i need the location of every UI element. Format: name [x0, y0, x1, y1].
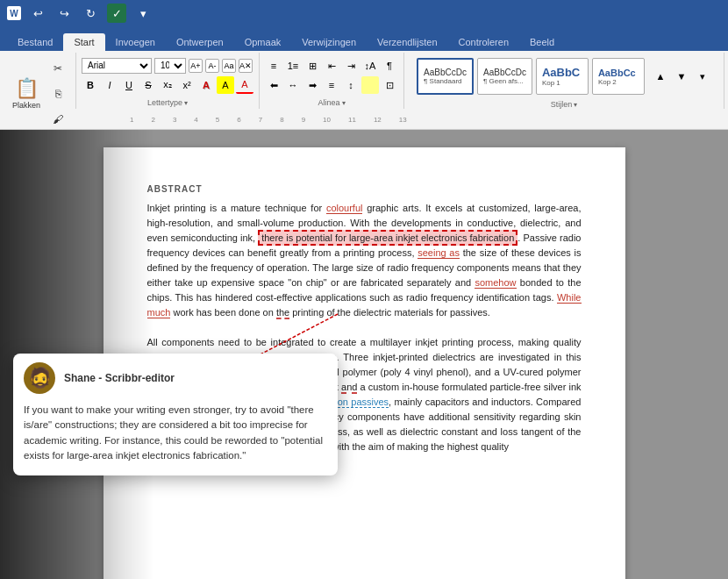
abstract-title: ABSTRACT — [147, 182, 582, 196]
doc-area: ABSTRACT Inkjet printing is a mature tec… — [0, 130, 728, 579]
ruler: 12345678910111213 — [0, 111, 728, 130]
align-right-button[interactable]: ➡ — [303, 76, 321, 94]
format-painter-button[interactable]: 🖌 — [46, 107, 70, 132]
numbered-list-button[interactable]: 1≡ — [284, 57, 302, 75]
tab-controleren[interactable]: Controleren — [448, 33, 519, 51]
tab-beeld[interactable]: Beeld — [519, 33, 565, 51]
stijlen-label: Stijlen ▾ — [551, 100, 578, 109]
styles-panel: AaBbCcDc ¶ Standaard AaBbCcDc ¶ Geen afs… — [413, 54, 715, 98]
suggestion-highlight: there is potential for large-area inkjet… — [258, 230, 517, 246]
paragraph-marks-button[interactable]: ¶ — [381, 57, 398, 75]
superscript-button[interactable]: x² — [178, 76, 196, 94]
strikethrough-button[interactable]: S — [139, 76, 157, 94]
alinea-label: Alinea ▾ — [318, 98, 345, 107]
sort-button[interactable]: ↕A — [361, 57, 379, 75]
lettertype-label: Lettertype ▾ — [147, 98, 188, 107]
group-alinea: ≡ 1≡ ⊞ ⇤ ⇥ ↕A ¶ ⬅ ↔ ➡ ≡ ↕ ⊡ Alinea ▾ — [260, 53, 404, 109]
styles-scroll-down[interactable]: ▼ — [673, 68, 690, 85]
style-kop2[interactable]: AaBbCc Kop 2 — [592, 58, 645, 95]
align-center-button[interactable]: ↔ — [284, 76, 302, 94]
style-kop1[interactable]: AaBbC Kop 1 — [536, 58, 589, 95]
more-button[interactable]: ▾ — [133, 4, 153, 23]
bullet-list-button[interactable]: ≡ — [265, 57, 282, 75]
font-size-down[interactable]: A- — [205, 59, 219, 73]
copy-button[interactable]: ⎘ — [46, 82, 70, 106]
styles-scroll-up[interactable]: ▲ — [652, 68, 669, 85]
indent-decrease-button[interactable]: ⇤ — [323, 57, 340, 75]
tab-verwijzingen[interactable]: Verwijzingen — [291, 33, 367, 51]
bold-button[interactable]: B — [82, 76, 99, 94]
text-effects-button[interactable]: A — [197, 76, 215, 94]
tab-start[interactable]: Start — [63, 33, 104, 51]
on-passives-link[interactable]: on passives — [338, 397, 389, 408]
comment-popup: 🧔 Shane - Scribbr-editor If you want to … — [13, 354, 338, 475]
font-clear-button[interactable]: A✕ — [239, 59, 253, 73]
refresh-button[interactable]: ↻ — [81, 4, 100, 23]
align-left-button[interactable]: ⬅ — [265, 76, 282, 94]
seeing-as-link[interactable]: seeing as — [418, 247, 460, 259]
font-family-select[interactable]: Arial — [82, 58, 152, 74]
and1-dashed: and — [341, 382, 357, 394]
tab-bestand[interactable]: Bestand — [7, 33, 63, 51]
tab-opmaak[interactable]: Opmaak — [234, 33, 292, 51]
style-standaard[interactable]: AaBbCcDc ¶ Standaard — [417, 58, 474, 95]
group-lettertype: Arial 10 A+ A- Aa A✕ B I U S x₂ x² A A A — [76, 53, 260, 109]
italic-button[interactable]: I — [101, 76, 118, 94]
styles-expand[interactable]: ▾ — [694, 68, 711, 85]
font-size-select[interactable]: 10 — [154, 58, 186, 74]
word-icon: W — [7, 6, 21, 20]
font-color-button[interactable]: A — [236, 76, 253, 94]
indent-increase-button[interactable]: ⇥ — [342, 57, 360, 75]
title-bar: W ↩ ↪ ↻ ✓ ▾ — [0, 0, 728, 26]
somehow-link[interactable]: somehow — [475, 277, 516, 289]
border-button[interactable]: ⊡ — [381, 76, 398, 94]
ribbon-tabs: Bestand Start Invoegen Ontwerpen Opmaak … — [0, 26, 728, 51]
style-geen-afs[interactable]: AaBbCcDc ¶ Geen afs... — [477, 58, 532, 95]
comment-header: 🧔 Shane - Scribbr-editor — [13, 354, 338, 399]
save-button[interactable]: ✓ — [107, 4, 126, 23]
group-stijlen: AaBbCcDc ¶ Standaard AaBbCcDc ¶ Geen afs… — [404, 53, 724, 109]
comment-body: If you want to make your writing even st… — [13, 399, 338, 475]
shading-button[interactable] — [361, 76, 379, 94]
font-aa-button[interactable]: Aa — [222, 59, 236, 73]
redo-button[interactable]: ↪ — [54, 4, 74, 23]
tab-invoegen[interactable]: Invoegen — [105, 33, 166, 51]
underline-button[interactable]: U — [120, 76, 138, 94]
justify-button[interactable]: ≡ — [323, 76, 340, 94]
subscript-button[interactable]: x₂ — [159, 76, 176, 94]
colourful-link[interactable]: colourful — [326, 203, 363, 214]
multilevel-list-button[interactable]: ⊞ — [303, 57, 321, 75]
paste-button[interactable]: 📋 Plakken — [9, 70, 44, 116]
cut-button[interactable]: ✂ — [46, 56, 70, 81]
ribbon-content: 📋 Plakken ✂ ⎘ 🖌 Klembord ▾ Arial 10 — [0, 51, 728, 111]
undo-button[interactable]: ↩ — [28, 4, 47, 23]
font-size-up[interactable]: A+ — [189, 59, 203, 73]
paste-label: Plakken — [12, 101, 40, 110]
tab-verzendlijsten[interactable]: Verzendlijsten — [367, 33, 448, 51]
avatar: 🧔 — [24, 362, 55, 394]
commenter-name: Shane - Scribbr-editor — [64, 372, 175, 384]
line-spacing-button[interactable]: ↕ — [342, 76, 360, 94]
highlight-button[interactable]: A — [217, 76, 234, 94]
group-klembord: 📋 Plakken ✂ ⎘ 🖌 Klembord ▾ — [4, 53, 76, 109]
tab-ontwerpen[interactable]: Ontwerpen — [166, 33, 234, 51]
